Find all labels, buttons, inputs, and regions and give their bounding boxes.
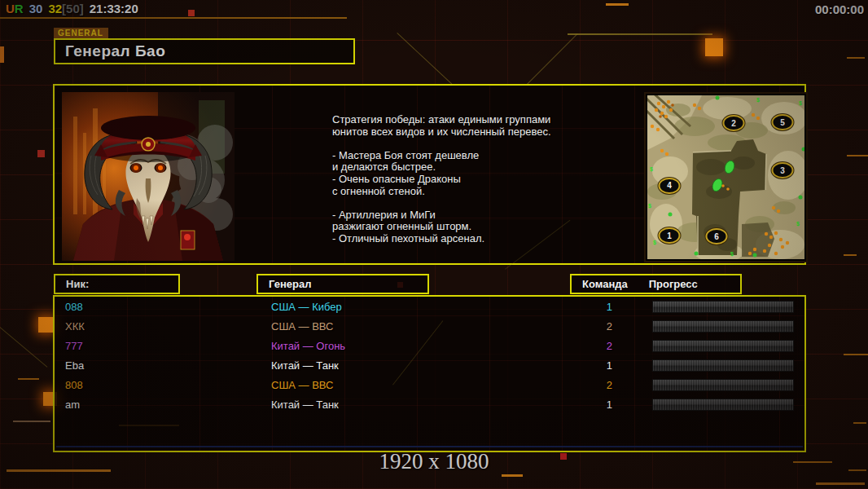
strategy-line (332, 197, 601, 209)
circuit-line (13, 421, 50, 422)
player-team: 1 (544, 359, 612, 372)
strategy-line: юнитов всех видов и их численный перевес… (332, 126, 601, 139)
strategy-line: и делаются быстрее. (332, 161, 601, 174)
table-row: ХКК США — ВВС 2 (55, 316, 804, 336)
circuit-square (188, 10, 195, 16)
player-progress-bar (652, 359, 794, 372)
circuit-line (853, 422, 866, 424)
status-clock: 21:33:20 (90, 2, 138, 15)
player-nick: 088 (65, 301, 271, 313)
player-team: 1 (544, 301, 612, 313)
circuit-line (18, 378, 39, 380)
spawn-marker: 6 (706, 228, 728, 244)
demon-general-portrait-image (62, 92, 235, 261)
players-table: 088 США — Кибер 1 ХКК США — ВВС 2 777 Ки… (53, 295, 806, 452)
strategy-text: Стратегия победы: атаки едиными группами… (332, 114, 601, 245)
status-segment: R (15, 2, 24, 15)
table-row: 088 США — Кибер 1 (55, 297, 804, 316)
column-header-label: Команда (582, 278, 628, 290)
spawn-marker: 4 (658, 178, 680, 194)
table-row: 777 Китай — Огонь 2 (55, 336, 804, 355)
minimap: $$$ $$$$ 12 (646, 94, 806, 261)
general-tag: GENERAL (54, 28, 108, 39)
player-nick: am (65, 399, 271, 411)
player-team: 2 (544, 340, 612, 352)
player-general: Китай — Огонь (271, 340, 544, 352)
column-header-nick: Ник: (54, 274, 180, 294)
player-progress-bar (652, 399, 794, 411)
player-general: Китай — Танк (271, 399, 544, 411)
status-segment: [50] (62, 2, 84, 15)
player-team: 1 (544, 399, 612, 411)
player-progress-bar (652, 320, 794, 333)
minimap-spawns: 123456 (646, 94, 806, 261)
player-progress-bar (652, 301, 794, 313)
player-progress-bar (652, 340, 794, 352)
circuit-square (0, 46, 4, 63)
loading-screen: UR3032[50]21:33:20 00:00:00 GENERAL Гене… (0, 0, 868, 489)
column-header-team-progress: Команда Прогресс (570, 274, 742, 294)
player-nick: ХКК (65, 320, 271, 333)
circuit-line (816, 482, 865, 485)
general-portrait (62, 92, 235, 261)
circuit-node (705, 38, 723, 56)
page-title: Генерал Бао (65, 42, 165, 60)
column-header-general: Генерал (256, 274, 429, 294)
strategy-line: Стратегия победы: атаки едиными группами (332, 114, 601, 126)
strategy-line: с огненной стеной. (332, 186, 601, 198)
circuit-node (38, 317, 54, 333)
page-title-box: Генерал Бао (54, 38, 355, 64)
player-progress-bar (652, 379, 794, 391)
column-header-label: Прогресс (649, 278, 698, 290)
player-team: 2 (544, 379, 612, 391)
player-general: США — Кибер (271, 301, 544, 313)
circuit-line (844, 254, 857, 256)
divider-line (56, 446, 803, 447)
circuit-line (844, 354, 868, 355)
status-bar: UR3032[50]21:33:20 (6, 2, 138, 15)
player-nick: Eba (65, 359, 271, 372)
table-row: am Китай — Танк 1 (55, 394, 804, 414)
player-general: США — ВВС (271, 320, 544, 333)
column-header-label: Генерал (269, 278, 311, 290)
status-segment: 30 (29, 2, 43, 15)
spawn-marker: 2 (722, 115, 744, 131)
table-row: 808 США — ВВС 2 (55, 375, 804, 394)
status-segment: U (6, 2, 15, 15)
strategy-line (332, 138, 601, 150)
spawn-marker: 1 (658, 227, 680, 244)
player-team: 2 (544, 320, 612, 333)
match-timer: 00:00:00 (815, 2, 864, 16)
strategy-line: - Очень опасные Драконы (332, 174, 601, 186)
player-general: США — ВВС (271, 379, 544, 391)
column-header-label: Ник: (66, 278, 89, 290)
circuit-line (847, 155, 868, 156)
circuit-line (502, 474, 523, 477)
circuit-line (0, 17, 347, 19)
circuit-line (847, 57, 865, 59)
strategy-line: - Артиллерия и МиГи (332, 209, 601, 222)
spawn-marker: 5 (772, 114, 794, 130)
table-row: Eba Китай — Танк 1 (55, 355, 804, 375)
spawn-marker: 3 (772, 162, 794, 178)
player-nick: 777 (65, 340, 271, 352)
circuit-square (37, 150, 45, 157)
circuit-line (606, 3, 629, 6)
strategy-line: - Мастера Боя стоят дешевле (332, 150, 601, 162)
briefing-panel: Стратегия победы: атаки едиными группами… (53, 84, 806, 265)
player-nick: 808 (65, 379, 271, 391)
status-segment: 32 (48, 2, 62, 15)
resolution-label: 1920 x 1080 (0, 449, 868, 474)
strategy-line: - Отличный пехотный арсенал. (332, 233, 601, 245)
circuit-line (568, 33, 712, 35)
